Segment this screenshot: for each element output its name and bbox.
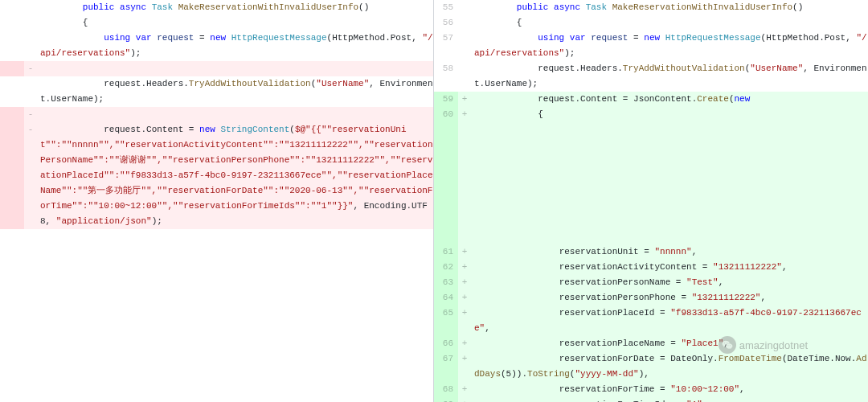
line-number [0,61,24,76]
diff-line[interactable] [434,137,868,153]
diff-line[interactable]: - request.Content = new StringContent($@… [0,122,433,229]
code-content: reservationPersonName = "Test", [471,275,868,290]
code-content: { [471,107,868,122]
diff-line[interactable]: 61+ reservationUnit = "nnnnn", [434,244,868,260]
diff-marker: + [458,397,471,402]
diff-marker [24,31,37,61]
line-number [0,122,24,229]
diff-line[interactable] [434,183,868,199]
line-number [434,183,458,199]
diff-line[interactable]: 68+ reservationForTime = "10:00~12:00", [434,382,868,397]
diff-marker: + [458,306,471,336]
diff-line[interactable]: using var request = new HttpRequestMessa… [0,31,433,61]
diff-line[interactable]: 55 public async Task MakeReservationWith… [434,0,868,15]
diff-marker [458,31,471,61]
diff-marker: + [458,107,471,122]
diff-line[interactable] [434,199,868,214]
diff-line[interactable]: 58 request.Headers.TryAddWithoutValidati… [434,61,868,92]
diff-marker [24,0,37,15]
code-content [471,183,868,199]
line-number: 58 [434,61,458,92]
line-number: 67 [434,351,458,382]
line-number [434,229,458,244]
diff-line[interactable] [434,168,868,183]
code-content: reservationUnit = "nnnnn", [471,244,868,260]
diff-line[interactable]: 69+ reservationForTimeIds = "1" [434,397,868,402]
diff-line[interactable]: 59+ request.Content = JsonContent.Create… [434,92,868,107]
line-number: 66 [434,336,458,351]
code-content [471,229,868,244]
line-number: 57 [434,31,458,61]
diff-new-pane[interactable]: 55 public async Task MakeReservationWith… [434,0,868,402]
line-number: 55 [434,0,458,15]
code-content [37,61,433,76]
diff-marker [24,15,37,31]
diff-line[interactable] [434,122,868,137]
diff-marker [458,229,471,244]
code-content: using var request = new HttpRequestMessa… [471,31,868,61]
diff-marker: + [458,260,471,275]
diff-marker [458,137,471,153]
code-content: reservationForTimeIds = "1" [471,397,868,402]
code-content [471,214,868,229]
code-content: public async Task MakeReservationWithInv… [37,0,433,15]
diff-marker [458,61,471,92]
diff-line[interactable]: 60+ { [434,107,868,122]
diff-marker: - [24,107,37,122]
diff-marker [458,153,471,168]
line-number [0,31,24,61]
diff-line[interactable]: 65+ reservationPlaceId = "f9833d13-a57f-… [434,306,868,336]
diff-line[interactable]: 62+ reservationActivityContent = "132111… [434,260,868,275]
diff-marker [458,0,471,15]
line-number [0,76,24,107]
line-number [434,153,458,168]
line-number [0,0,24,15]
diff-line[interactable]: 63+ reservationPersonName = "Test", [434,275,868,290]
line-number [434,137,458,153]
code-content [471,168,868,183]
line-number: 64 [434,290,458,306]
code-content: public async Task MakeReservationWithInv… [471,0,868,15]
code-content: request.Content = new StringContent($@"{… [37,122,433,229]
code-content: reservationForDate = DateOnly.FromDateTi… [471,351,868,382]
diff-line[interactable]: request.Headers.TryAddWithoutValidation(… [0,76,433,107]
line-number: 60 [434,107,458,122]
line-number: 59 [434,92,458,107]
diff-marker: + [458,336,471,351]
diff-line[interactable]: { [0,15,433,31]
diff-line[interactable]: public async Task MakeReservationWithInv… [0,0,433,15]
diff-marker: + [458,382,471,397]
diff-marker: + [458,290,471,306]
diff-container: public async Task MakeReservationWithInv… [0,0,868,402]
line-number: 56 [434,15,458,31]
diff-line[interactable]: 56 { [434,15,868,31]
diff-line[interactable] [434,214,868,229]
line-number: 65 [434,306,458,336]
diff-line[interactable]: 64+ reservationPersonPhone = "1321111222… [434,290,868,306]
code-content: request.Content = JsonContent.Create(new [471,92,868,107]
diff-line[interactable] [434,153,868,168]
line-number [434,214,458,229]
diff-marker: + [458,92,471,107]
diff-old-pane[interactable]: public async Task MakeReservationWithInv… [0,0,434,402]
diff-line[interactable]: 66+ reservationPlaceName = "Place1", [434,336,868,351]
line-number: 61 [434,244,458,260]
diff-marker: + [458,244,471,260]
diff-line[interactable]: 67+ reservationForDate = DateOnly.FromDa… [434,351,868,382]
diff-marker [458,122,471,137]
diff-marker [458,15,471,31]
diff-line[interactable] [434,229,868,244]
diff-marker: + [458,275,471,290]
diff-line[interactable]: 57 using var request = new HttpRequestMe… [434,31,868,61]
code-content [471,137,868,153]
code-content: request.Headers.TryAddWithoutValidation(… [37,76,433,107]
diff-line[interactable]: - [0,61,433,76]
code-content: reservationPersonPhone = "13211112222", [471,290,868,306]
line-number: 62 [434,260,458,275]
code-content: reservationActivityContent = "1321111222… [471,260,868,275]
diff-marker: - [24,122,37,229]
diff-marker [24,76,37,107]
diff-marker [458,183,471,199]
diff-line[interactable]: - [0,107,433,122]
line-number: 68 [434,382,458,397]
